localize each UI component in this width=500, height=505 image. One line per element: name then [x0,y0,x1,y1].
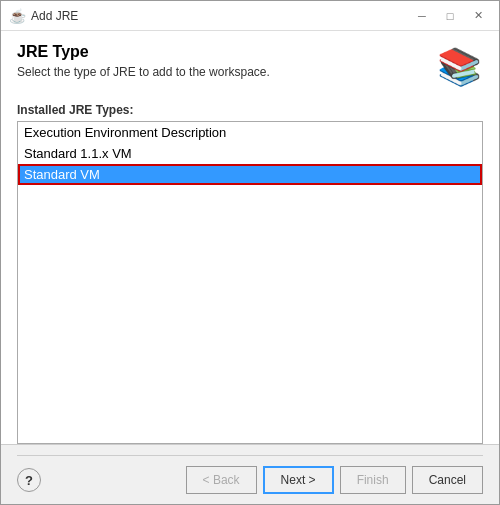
add-jre-window: ☕ Add JRE ─ □ ✕ JRE Type Select the type… [0,0,500,505]
list-item-execution-env[interactable]: Execution Environment Description [18,122,482,143]
list-item-standard-vm[interactable]: Standard VM [18,164,482,185]
page-subtitle: Select the type of JRE to add to the wor… [17,65,425,79]
jre-types-list[interactable]: Execution Environment Description Standa… [17,121,483,444]
minimize-button[interactable]: ─ [409,6,435,26]
separator [17,455,483,456]
close-button[interactable]: ✕ [465,6,491,26]
back-button[interactable]: < Back [186,466,257,494]
nav-buttons: < Back Next > Finish Cancel [186,466,483,494]
header-text: JRE Type Select the type of JRE to add t… [17,43,425,79]
window-icon: ☕ [9,8,25,24]
maximize-button[interactable]: □ [437,6,463,26]
section-label: Installed JRE Types: [17,103,483,117]
button-row: ? < Back Next > Finish Cancel [17,466,483,494]
next-button[interactable]: Next > [263,466,334,494]
help-button[interactable]: ? [17,468,41,492]
page-title: JRE Type [17,43,425,61]
content-area: JRE Type Select the type of JRE to add t… [1,31,499,444]
window-title: Add JRE [31,9,409,23]
book-icon: 📚 [437,46,482,88]
window-controls: ─ □ ✕ [409,6,491,26]
header-section: JRE Type Select the type of JRE to add t… [17,43,483,91]
header-icon: 📚 [435,43,483,91]
list-item-standard-11x[interactable]: Standard 1.1.x VM [18,143,482,164]
cancel-button[interactable]: Cancel [412,466,483,494]
finish-button[interactable]: Finish [340,466,406,494]
bottom-area: ? < Back Next > Finish Cancel [1,444,499,504]
title-bar: ☕ Add JRE ─ □ ✕ [1,1,499,31]
